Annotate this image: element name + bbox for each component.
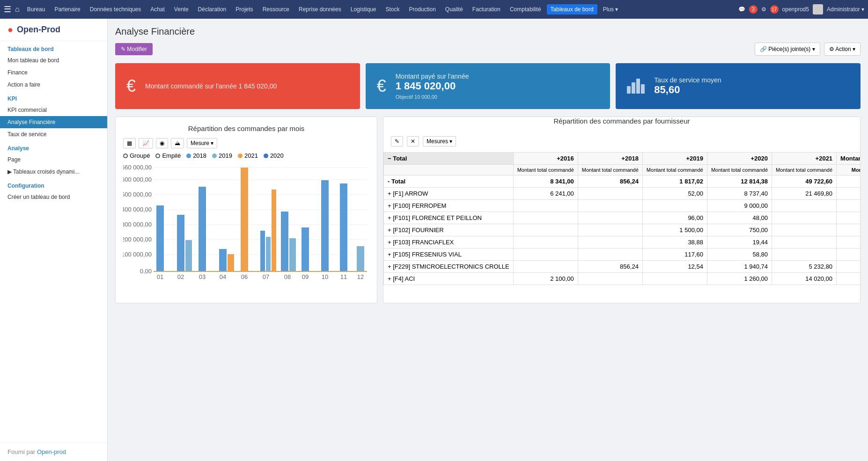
chart-bar-icon-btn[interactable]: ▦ xyxy=(123,138,136,148)
total-2021: 49 722,60 xyxy=(772,176,837,188)
table-row: + [F1] ARROW 6 241,00 52,00 8 737,40 21 … xyxy=(384,188,861,200)
sidebar-item-creer-tableau[interactable]: Créer un tableau de bord xyxy=(0,191,107,203)
bar-07-2021 xyxy=(272,190,276,271)
legend-dot-2021 xyxy=(238,154,243,158)
supplier-table-toolbar: ✎ ✕ Mesures ▾ xyxy=(383,131,860,152)
supplier-table: − Total +2016 +2018 +2019 +2020 +2021 Mo… xyxy=(383,152,861,285)
svg-text:10: 10 xyxy=(322,273,328,280)
home-icon[interactable]: ⌂ xyxy=(15,5,20,14)
kpi-sub-paye: Objectif 10 000,00 xyxy=(396,94,469,100)
nav-production[interactable]: Production xyxy=(405,4,439,15)
nav-bureau[interactable]: Bureau xyxy=(23,4,49,15)
sidebar-item-kpi-commercial[interactable]: KPI commercial xyxy=(0,104,107,116)
svg-text:01: 01 xyxy=(157,273,163,280)
nav-vente[interactable]: Vente xyxy=(170,4,192,15)
col-2020[interactable]: +2020 xyxy=(707,153,772,165)
supplier-table-panel: Répartition des commandes par fournisseu… xyxy=(383,117,861,303)
row-aci-2018 xyxy=(578,273,642,285)
pieces-jointes-button[interactable]: 🔗 Pièce(s) jointe(s) ▾ xyxy=(755,43,820,56)
edit-chart-btn[interactable]: ✎ xyxy=(391,136,403,146)
bar-12-2019 xyxy=(357,246,364,271)
toolbar: ✎ Modifier 🔗 Pièce(s) jointe(s) ▾ ⚙ Acti… xyxy=(115,43,861,56)
hamburger-icon[interactable]: ☰ xyxy=(4,4,11,15)
nav-partenaire[interactable]: Partenaire xyxy=(51,4,84,15)
bar-07-2019 xyxy=(266,237,271,271)
table-header-row-2: Montant total commandé Montant total com… xyxy=(384,165,861,176)
svg-text:12: 12 xyxy=(357,273,364,280)
chart-area-icon-btn[interactable]: ⛰ xyxy=(171,138,184,148)
total-2016: 8 341,00 xyxy=(513,176,578,188)
row-arrow-label: + [F1] ARROW xyxy=(384,188,514,200)
svg-text:02: 02 xyxy=(177,273,184,280)
sidebar-item-tableaux-croises[interactable]: ▶ Tableaux croisés dynami... xyxy=(0,166,107,178)
action-button[interactable]: ⚙ Action ▾ xyxy=(824,43,861,56)
sidebar-section-kpi: KPI xyxy=(0,91,107,104)
col-2018[interactable]: +2018 xyxy=(578,153,642,165)
col-2019[interactable]: +2019 xyxy=(642,153,707,165)
row-florence-total: 144,00 xyxy=(837,212,861,224)
row-fournier-2019: 1 500,00 xyxy=(642,224,707,236)
bar-02-2018 xyxy=(177,215,184,271)
kpi-label-paye: Montant payé sur l'année xyxy=(396,73,469,80)
chart-line-icon-btn[interactable]: 📈 xyxy=(139,138,153,148)
subheader-2021: Montant total commandé xyxy=(772,165,837,176)
nav-facturation[interactable]: Facturation xyxy=(469,4,504,15)
bar-chart-title: Répartition des commandes par mois xyxy=(123,124,369,132)
col-2016[interactable]: +2016 xyxy=(513,153,578,165)
svg-text:03: 03 xyxy=(199,273,206,280)
mesure-button[interactable]: Mesure ▾ xyxy=(187,138,217,148)
table-row: + [F4] ACI 2 100,00 1 260,00 14 020,00 1… xyxy=(384,273,861,285)
row-aci-2021: 14 020,00 xyxy=(772,273,837,285)
sidebar-item-finance[interactable]: Finance xyxy=(0,66,107,79)
sidebar-footer-link[interactable]: Open-prod xyxy=(37,448,66,455)
sidebar-item-page[interactable]: Page xyxy=(0,154,107,166)
kpi-text-paye: Montant payé sur l'année 1 845 020,00 Ob… xyxy=(396,73,469,100)
sidebar-item-action-faire[interactable]: Action a faire xyxy=(0,79,107,91)
close-chart-btn[interactable]: ✕ xyxy=(407,136,419,146)
sidebar-item-mon-tableau[interactable]: Mon tableau de bord xyxy=(0,54,107,66)
svg-text:04: 04 xyxy=(220,273,226,280)
nav-ressource[interactable]: Ressource xyxy=(259,4,293,15)
subheader-2019: Montant total commandé xyxy=(642,165,707,176)
row-aci-label: + [F4] ACI xyxy=(384,273,514,285)
row-arrow-2019: 52,00 xyxy=(642,188,707,200)
table-row-total: - Total 8 341,00 856,24 1 817,02 12 814,… xyxy=(384,176,861,188)
nav-declaration[interactable]: Déclaration xyxy=(194,4,230,15)
nav-reprise-donnees[interactable]: Reprise données xyxy=(295,4,345,15)
chart-pie-icon-btn[interactable]: ◉ xyxy=(156,138,168,148)
nav-projets[interactable]: Projets xyxy=(232,4,257,15)
row-fresenius-2019: 117,60 xyxy=(642,249,707,261)
modifier-button[interactable]: ✎ Modifier xyxy=(115,43,153,55)
nav-comptabilite[interactable]: Comptabilité xyxy=(506,4,545,15)
nav-achat[interactable]: Achat xyxy=(147,4,169,15)
nav-stock[interactable]: Stock xyxy=(382,4,403,15)
row-fresenius-2018 xyxy=(578,249,642,261)
kpi-label-taux: Taux de service moyen xyxy=(654,76,721,84)
page-title: Analyse Financière xyxy=(115,26,861,37)
row-aci-2019 xyxy=(642,273,707,285)
user-role[interactable]: Administrator ▾ xyxy=(827,6,864,13)
sidebar-logo: ● Open-Prod xyxy=(0,19,107,41)
svg-text:100 000,00: 100 000,00 xyxy=(123,251,152,258)
supplier-table-title: Répartition des commandes par fournisseu… xyxy=(383,117,860,125)
nav-donnees-techniques[interactable]: Données techniques xyxy=(86,4,145,15)
nav-logistique[interactable]: Logistique xyxy=(347,4,380,15)
nav-tableaux-de-bord[interactable]: Tableaux de bord xyxy=(547,4,597,15)
table-row: + [F101] FLORENCE ET PEILLON 96,00 48,00… xyxy=(384,212,861,224)
nav-qualite[interactable]: Qualité xyxy=(441,4,467,15)
settings-icon[interactable]: ⚙ xyxy=(761,6,766,13)
username[interactable]: openprod5 xyxy=(782,6,809,13)
mesures-button[interactable]: Mesures ▾ xyxy=(423,136,456,146)
bar-07-2018 xyxy=(260,231,265,271)
sidebar-item-taux-service[interactable]: Taux de service xyxy=(0,128,107,140)
sidebar: ● Open-Prod Tableaux de bord Mon tableau… xyxy=(0,19,108,461)
nav-plus[interactable]: Plus ▾ xyxy=(599,4,622,15)
col-total: Montant total commandé xyxy=(837,153,861,165)
user-avatar xyxy=(813,4,823,15)
notification-badge[interactable]: 3 xyxy=(749,5,758,14)
row-ferropem-2021 xyxy=(772,200,837,212)
sidebar-item-analyse-financiere[interactable]: Analyse Financière xyxy=(0,116,107,128)
chat-icon[interactable]: 💬 xyxy=(738,6,745,13)
subheader-total: Montant total commandé xyxy=(837,165,861,176)
col-2021[interactable]: +2021 xyxy=(772,153,837,165)
